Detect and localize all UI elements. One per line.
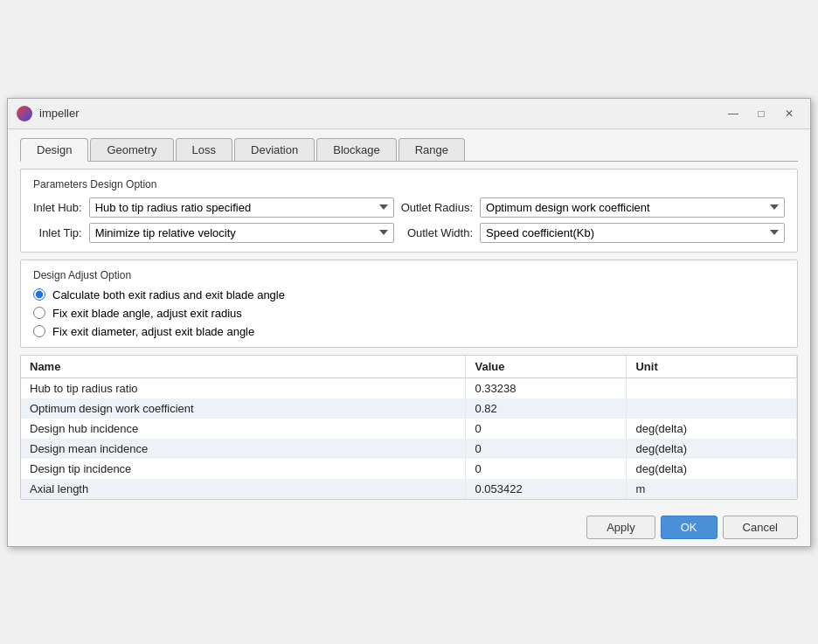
- cell-name: Design tip incidence: [21, 459, 466, 479]
- radio-group: Calculate both exit radius and exit blad…: [33, 288, 785, 338]
- radio-label-2: Fix exit blade angle, adjust exit radius: [52, 307, 242, 320]
- cell-unit: deg(delta): [627, 459, 797, 479]
- tab-geometry[interactable]: Geometry: [90, 138, 173, 161]
- main-window: impeller — □ ✕ Design Geometry Loss Devi…: [7, 98, 811, 547]
- window-title: impeller: [39, 107, 714, 120]
- radio-item-3[interactable]: Fix exit diameter, adjust exit blade ang…: [33, 325, 785, 338]
- radio-item-2[interactable]: Fix exit blade angle, adjust exit radius: [33, 307, 785, 320]
- data-table: Name Value Unit Hub to tip radius ratio …: [21, 356, 797, 499]
- tab-blockage[interactable]: Blockage: [316, 138, 396, 161]
- app-icon: [17, 106, 32, 121]
- ok-button[interactable]: OK: [661, 516, 717, 539]
- cell-value: 0.053422: [466, 479, 627, 499]
- inlet-tip-select[interactable]: Minimize tip relative velocity Specify t…: [89, 223, 394, 243]
- tab-bar: Design Geometry Loss Deviation Blockage …: [20, 138, 798, 162]
- outlet-width-label: Outlet Width:: [401, 226, 473, 239]
- close-button[interactable]: ✕: [777, 104, 801, 123]
- radio-fix-diameter[interactable]: [33, 325, 45, 337]
- tab-loss[interactable]: Loss: [176, 138, 232, 161]
- cancel-button[interactable]: Cancel: [723, 516, 798, 539]
- table-row: Hub to tip radius ratio 0.33238: [21, 377, 797, 398]
- radio-label-3: Fix exit diameter, adjust exit blade ang…: [52, 325, 254, 338]
- col-header-value: Value: [466, 356, 627, 378]
- table-body: Hub to tip radius ratio 0.33238 Optimum …: [21, 377, 797, 499]
- titlebar: impeller — □ ✕: [8, 99, 810, 129]
- parameters-panel: Parameters Design Option Inlet Hub: Hub …: [20, 169, 798, 253]
- cell-unit: deg(delta): [627, 419, 797, 439]
- apply-button[interactable]: Apply: [586, 516, 655, 539]
- table-header-row: Name Value Unit: [21, 356, 797, 378]
- outlet-radius-label: Outlet Radius:: [401, 201, 473, 214]
- inlet-hub-label: Inlet Hub:: [33, 201, 82, 214]
- content-area: Design Geometry Loss Deviation Blockage …: [8, 129, 810, 509]
- tab-deviation[interactable]: Deviation: [234, 138, 315, 161]
- design-adjust-panel: Design Adjust Option Calculate both exit…: [20, 260, 798, 348]
- window-controls: — □ ✕: [721, 104, 801, 123]
- tab-range[interactable]: Range: [399, 138, 465, 161]
- cell-name: Optimum design work coefficient: [21, 398, 466, 419]
- design-adjust-title: Design Adjust Option: [33, 269, 785, 281]
- parameters-panel-title: Parameters Design Option: [33, 178, 785, 190]
- cell-name: Design mean incidence: [21, 439, 466, 459]
- cell-name: Hub to tip radius ratio: [21, 377, 466, 398]
- cell-value: 0.82: [466, 398, 627, 419]
- radio-fix-blade[interactable]: [33, 307, 45, 319]
- footer: Apply OK Cancel: [8, 509, 810, 546]
- params-grid: Inlet Hub: Hub to tip radius ratio speci…: [33, 197, 785, 243]
- radio-calculate-both[interactable]: [33, 288, 45, 301]
- tab-design[interactable]: Design: [20, 138, 88, 162]
- table-row: Design tip incidence 0 deg(delta): [21, 459, 797, 479]
- minimize-button[interactable]: —: [721, 104, 745, 123]
- outlet-radius-select[interactable]: Optimum design work coefficient Specify …: [480, 197, 785, 218]
- radio-label-1: Calculate both exit radius and exit blad…: [52, 288, 285, 301]
- maximize-button[interactable]: □: [749, 104, 773, 123]
- col-header-name: Name: [21, 356, 466, 378]
- radio-item-1[interactable]: Calculate both exit radius and exit blad…: [33, 288, 785, 301]
- outlet-width-select[interactable]: Speed coefficient(Kb) Specify outlet wid…: [480, 223, 785, 243]
- cell-unit: deg(delta): [627, 439, 797, 459]
- data-table-panel: Name Value Unit Hub to tip radius ratio …: [20, 355, 798, 500]
- col-header-unit: Unit: [627, 356, 797, 378]
- inlet-tip-label: Inlet Tip:: [33, 226, 82, 239]
- cell-value: 0: [466, 439, 627, 459]
- cell-value: 0: [466, 459, 627, 479]
- table-row: Design hub incidence 0 deg(delta): [21, 419, 797, 439]
- cell-name: Axial length: [21, 479, 466, 499]
- table-row: Axial length 0.053422 m: [21, 479, 797, 499]
- cell-name: Design hub incidence: [21, 419, 466, 439]
- cell-unit: m: [627, 479, 797, 499]
- cell-unit: [627, 398, 797, 419]
- cell-value: 0: [466, 419, 627, 439]
- inlet-hub-select[interactable]: Hub to tip radius ratio specified Specif…: [89, 197, 394, 218]
- table-row: Design mean incidence 0 deg(delta): [21, 439, 797, 459]
- cell-value: 0.33238: [466, 377, 627, 398]
- cell-unit: [627, 377, 797, 398]
- table-row: Optimum design work coefficient 0.82: [21, 398, 797, 419]
